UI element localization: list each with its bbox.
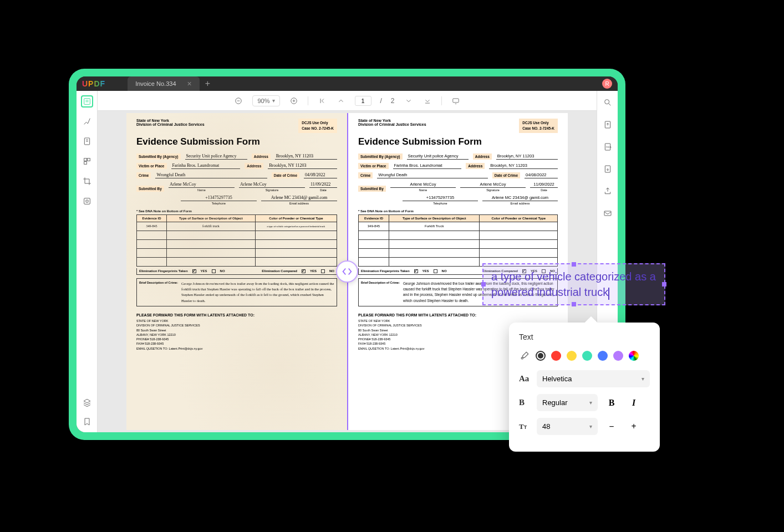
close-icon[interactable]: × — [187, 79, 192, 88]
font-family-select[interactable]: Helvetica▾ — [537, 370, 650, 387]
search-icon[interactable] — [602, 96, 614, 109]
left-toolbar — [77, 91, 98, 432]
increase-size-button[interactable]: + — [625, 418, 642, 435]
zoom-in-button[interactable] — [289, 96, 299, 106]
zoom-select[interactable]: 90%▾ — [252, 95, 279, 106]
last-page-button[interactable] — [422, 96, 432, 106]
text-format-panel: Text Aa Helvetica▾ B Regular▾ B I TT 48▾… — [509, 323, 660, 452]
save-icon[interactable] — [602, 163, 614, 175]
first-page-button[interactable] — [317, 96, 327, 106]
page-left: State of New York Division of Criminal J… — [126, 113, 347, 430]
svg-rect-8 — [452, 98, 459, 102]
pdfa-icon[interactable]: PDF/A — [602, 141, 614, 153]
eyedropper-icon[interactable] — [519, 350, 530, 361]
document-tab[interactable]: Invoice No.334 × — [128, 76, 200, 91]
decrease-size-button[interactable]: − — [603, 418, 620, 435]
mail-icon[interactable] — [602, 207, 614, 219]
text-edit-selection[interactable]: a type of vehicle categorized as a power… — [482, 263, 665, 305]
present-button[interactable] — [451, 96, 461, 106]
reader-tool-icon[interactable] — [81, 95, 93, 108]
color-teal[interactable] — [582, 351, 592, 361]
dcjs-box: DCJS Use Only Case NO. 2-7245-K — [519, 119, 558, 133]
page-separator: / — [380, 97, 382, 105]
prev-page-button[interactable] — [336, 96, 346, 106]
edit-tool-icon[interactable] — [81, 135, 93, 147]
tab-title: Invoice No.334 — [135, 80, 176, 87]
color-picker-row — [519, 350, 650, 361]
export-icon[interactable] — [602, 119, 614, 131]
font-weight-select[interactable]: Regular▾ — [537, 394, 598, 411]
zoom-out-button[interactable] — [233, 96, 243, 106]
highlight-tool-icon[interactable] — [81, 115, 93, 127]
total-pages: 2 — [391, 97, 395, 105]
layers-icon[interactable] — [81, 397, 93, 409]
page-input[interactable] — [355, 96, 371, 106]
ocr-tool-icon[interactable] — [81, 195, 93, 207]
app-logo: UPDF — [82, 79, 105, 88]
resize-handle-right[interactable] — [662, 282, 666, 287]
compare-slider-handle[interactable] — [336, 260, 358, 283]
color-purple[interactable] — [613, 351, 623, 361]
font-size-icon: TT — [519, 422, 531, 431]
svg-rect-2 — [84, 158, 86, 161]
svg-rect-0 — [84, 99, 90, 105]
font-size-select[interactable]: 48▾ — [537, 418, 598, 435]
svg-rect-5 — [84, 198, 90, 204]
color-blue[interactable] — [598, 351, 608, 361]
top-toolbar: 90%▾ / 2 — [98, 91, 597, 111]
font-family-icon: Aa — [519, 374, 531, 383]
titlebar: UPDF Invoice No.334 × + R — [77, 76, 618, 91]
text-cursor — [608, 288, 609, 300]
svg-point-9 — [604, 100, 609, 104]
font-weight-icon: B — [519, 398, 531, 407]
form-title: Evidence Submission Form — [358, 136, 558, 147]
svg-rect-4 — [84, 162, 86, 165]
evidence-table: Evidence IDType of Surface or Descriptio… — [136, 214, 337, 267]
panel-title: Text — [519, 332, 650, 341]
crop-tool-icon[interactable] — [81, 175, 93, 187]
bookmark-icon[interactable] — [81, 416, 93, 428]
bold-button[interactable]: B — [603, 395, 620, 411]
color-red[interactable] — [551, 351, 561, 361]
svg-rect-3 — [87, 158, 90, 161]
svg-text:PDF/A: PDF/A — [605, 146, 612, 149]
user-avatar[interactable]: R — [602, 79, 612, 89]
resize-handle-top[interactable] — [572, 262, 576, 267]
new-tab-button[interactable]: + — [205, 79, 210, 89]
color-black[interactable] — [536, 351, 546, 361]
organize-tool-icon[interactable] — [81, 155, 93, 167]
color-rainbow[interactable] — [629, 351, 639, 361]
svg-rect-14 — [604, 211, 611, 216]
dcjs-box: DCJS Use Only Case NO. 2-7245-K — [298, 119, 337, 133]
form-title: Evidence Submission Form — [136, 136, 337, 147]
editing-text[interactable]: a type of vehicle categorized as a power… — [491, 270, 656, 298]
color-yellow[interactable] — [567, 351, 577, 361]
resize-handle-bottom[interactable] — [572, 302, 576, 306]
next-page-button[interactable] — [404, 96, 414, 106]
resize-handle-left[interactable] — [481, 282, 486, 287]
evidence-table: Evidence IDType of Surface or Descriptio… — [358, 214, 558, 267]
italic-button[interactable]: I — [625, 395, 642, 411]
share-icon[interactable] — [602, 185, 614, 197]
svg-point-15 — [521, 357, 523, 359]
